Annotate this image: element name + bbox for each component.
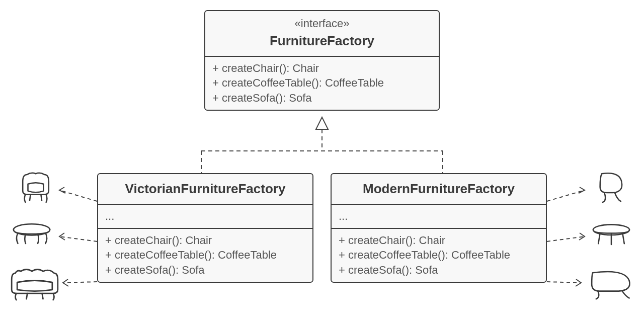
- interface-op: + createCoffeeTable(): CoffeeTable: [212, 75, 432, 91]
- interface-header: «interface» FurnitureFactory: [205, 11, 439, 56]
- table-modern-icon: [590, 217, 633, 253]
- interface-name: FurnitureFactory: [212, 32, 432, 50]
- chair-modern-icon: [590, 169, 633, 204]
- modern-attrs: ...: [332, 204, 546, 228]
- victorian-op: + createSofa(): Sofa: [105, 263, 305, 278]
- sofa-victorian-icon: [7, 262, 62, 305]
- modern-op: + createChair(): Chair: [339, 233, 539, 248]
- victorian-box: VictorianFurnitureFactory ... + createCh…: [97, 173, 313, 283]
- victorian-attrs: ...: [98, 204, 312, 228]
- modern-name: ModernFurnitureFactory: [339, 180, 539, 198]
- modern-header: ModernFurnitureFactory: [332, 174, 546, 204]
- sofa-modern-icon: [586, 263, 638, 304]
- modern-box: ModernFurnitureFactory ... + createChair…: [331, 173, 547, 283]
- interface-stereotype: «interface»: [212, 16, 432, 31]
- modern-op: + createSofa(): Sofa: [339, 263, 539, 278]
- interface-box: «interface» FurnitureFactory + createCha…: [204, 10, 440, 111]
- modern-ops: + createChair(): Chair + createCoffeeTab…: [332, 228, 546, 282]
- interface-op: + createSofa(): Sofa: [212, 91, 432, 106]
- victorian-header: VictorianFurnitureFactory: [98, 174, 312, 204]
- interface-op: + createChair(): Chair: [212, 61, 432, 76]
- diagram-canvas: «interface» FurnitureFactory + createCha…: [0, 0, 644, 322]
- victorian-ops: + createChair(): Chair + createCoffeeTab…: [98, 228, 312, 282]
- interface-ops: + createChair(): Chair + createCoffeeTab…: [205, 56, 439, 110]
- victorian-name: VictorianFurnitureFactory: [105, 180, 305, 198]
- table-victorian-icon: [10, 216, 53, 252]
- chair-victorian-icon: [14, 169, 57, 204]
- victorian-op: + createCoffeeTable(): CoffeeTable: [105, 248, 305, 263]
- modern-op: + createCoffeeTable(): CoffeeTable: [339, 248, 539, 263]
- victorian-op: + createChair(): Chair: [105, 233, 305, 248]
